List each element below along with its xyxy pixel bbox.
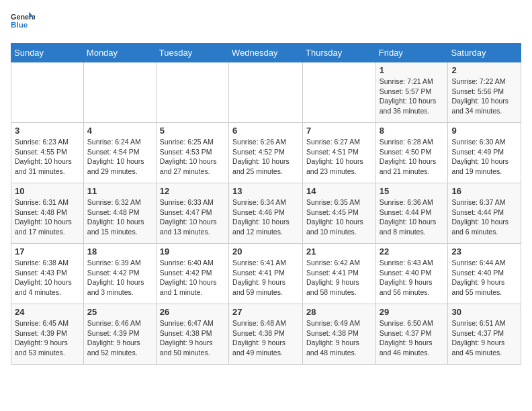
day-number: 12	[160, 186, 225, 196]
calendar-cell: 29Sunrise: 6:50 AM Sunset: 4:37 PM Dayli…	[375, 304, 448, 365]
day-info: Sunrise: 6:39 AM Sunset: 4:42 PM Dayligh…	[87, 258, 152, 298]
header-sunday: Sunday	[11, 44, 84, 62]
calendar-cell: 8Sunrise: 6:28 AM Sunset: 4:50 PM Daylig…	[375, 123, 448, 183]
calendar-cell: 9Sunrise: 6:30 AM Sunset: 4:49 PM Daylig…	[448, 123, 521, 183]
day-info: Sunrise: 6:27 AM Sunset: 4:51 PM Dayligh…	[306, 137, 372, 177]
day-number: 30	[451, 307, 517, 317]
day-number: 25	[87, 307, 152, 317]
calendar-cell: 30Sunrise: 6:51 AM Sunset: 4:37 PM Dayli…	[448, 304, 521, 365]
calendar-cell: 11Sunrise: 6:32 AM Sunset: 4:48 PM Dayli…	[83, 183, 156, 244]
calendar-week-2: 3Sunrise: 6:23 AM Sunset: 4:55 PM Daylig…	[11, 123, 521, 183]
calendar-cell: 5Sunrise: 6:25 AM Sunset: 4:53 PM Daylig…	[156, 123, 228, 183]
day-info: Sunrise: 6:32 AM Sunset: 4:48 PM Dayligh…	[87, 197, 152, 237]
day-info: Sunrise: 6:28 AM Sunset: 4:50 PM Dayligh…	[380, 137, 445, 177]
day-number: 2	[451, 65, 517, 75]
day-number: 10	[15, 186, 80, 196]
day-info: Sunrise: 7:22 AM Sunset: 5:56 PM Dayligh…	[451, 77, 517, 116]
calendar-cell: 18Sunrise: 6:39 AM Sunset: 4:42 PM Dayli…	[83, 244, 156, 304]
calendar-cell: 10Sunrise: 6:31 AM Sunset: 4:48 PM Dayli…	[11, 183, 84, 244]
day-number: 27	[232, 307, 299, 317]
header-thursday: Thursday	[303, 44, 376, 62]
calendar-cell: 13Sunrise: 6:34 AM Sunset: 4:46 PM Dayli…	[229, 183, 303, 244]
header-tuesday: Tuesday	[156, 44, 228, 62]
day-info: Sunrise: 6:34 AM Sunset: 4:46 PM Dayligh…	[232, 197, 299, 237]
calendar-cell: 4Sunrise: 6:24 AM Sunset: 4:54 PM Daylig…	[83, 123, 156, 183]
day-info: Sunrise: 6:50 AM Sunset: 4:37 PM Dayligh…	[380, 318, 445, 358]
calendar-cell	[229, 62, 303, 123]
calendar-cell: 6Sunrise: 6:26 AM Sunset: 4:52 PM Daylig…	[229, 123, 303, 183]
header-friday: Friday	[375, 44, 448, 62]
calendar-cell: 14Sunrise: 6:35 AM Sunset: 4:45 PM Dayli…	[303, 183, 376, 244]
header-monday: Monday	[83, 44, 156, 62]
header-wednesday: Wednesday	[229, 44, 303, 62]
day-number: 20	[232, 246, 299, 257]
day-info: Sunrise: 6:41 AM Sunset: 4:41 PM Dayligh…	[232, 258, 299, 298]
day-number: 4	[87, 126, 152, 136]
day-number: 16	[451, 186, 517, 196]
calendar-cell: 21Sunrise: 6:42 AM Sunset: 4:41 PM Dayli…	[303, 244, 376, 304]
calendar-cell: 16Sunrise: 6:37 AM Sunset: 4:44 PM Dayli…	[448, 183, 521, 244]
day-info: Sunrise: 6:23 AM Sunset: 4:55 PM Dayligh…	[15, 137, 80, 177]
page-header: General Blue	[11, 11, 521, 35]
calendar-cell: 22Sunrise: 6:43 AM Sunset: 4:40 PM Dayli…	[375, 244, 448, 304]
day-info: Sunrise: 6:26 AM Sunset: 4:52 PM Dayligh…	[232, 137, 299, 177]
calendar-cell	[83, 62, 156, 123]
calendar-table: SundayMondayTuesdayWednesdayThursdayFrid…	[11, 43, 521, 365]
day-info: Sunrise: 6:43 AM Sunset: 4:40 PM Dayligh…	[380, 258, 445, 298]
day-number: 5	[160, 126, 225, 136]
day-number: 29	[380, 307, 445, 317]
day-number: 15	[380, 186, 445, 196]
calendar-cell: 20Sunrise: 6:41 AM Sunset: 4:41 PM Dayli…	[229, 244, 303, 304]
day-number: 17	[15, 246, 80, 257]
day-number: 6	[232, 126, 299, 136]
calendar-cell: 24Sunrise: 6:45 AM Sunset: 4:39 PM Dayli…	[11, 304, 84, 365]
day-number: 14	[306, 186, 372, 196]
day-info: Sunrise: 6:24 AM Sunset: 4:54 PM Dayligh…	[87, 137, 152, 177]
calendar-cell: 19Sunrise: 6:40 AM Sunset: 4:42 PM Dayli…	[156, 244, 228, 304]
day-info: Sunrise: 6:49 AM Sunset: 4:38 PM Dayligh…	[306, 318, 372, 358]
day-number: 9	[451, 126, 517, 136]
logo-icon: General Blue	[11, 11, 35, 35]
calendar-week-4: 17Sunrise: 6:38 AM Sunset: 4:43 PM Dayli…	[11, 244, 521, 304]
day-info: Sunrise: 6:36 AM Sunset: 4:44 PM Dayligh…	[380, 197, 445, 237]
calendar-cell: 25Sunrise: 6:46 AM Sunset: 4:39 PM Dayli…	[83, 304, 156, 365]
day-info: Sunrise: 6:51 AM Sunset: 4:37 PM Dayligh…	[451, 318, 517, 358]
calendar-cell	[303, 62, 376, 123]
calendar-cell: 12Sunrise: 6:33 AM Sunset: 4:47 PM Dayli…	[156, 183, 228, 244]
logo: General Blue	[11, 11, 35, 35]
day-info: Sunrise: 7:21 AM Sunset: 5:57 PM Dayligh…	[380, 77, 445, 116]
day-number: 26	[160, 307, 225, 317]
calendar-cell: 28Sunrise: 6:49 AM Sunset: 4:38 PM Dayli…	[303, 304, 376, 365]
calendar-cell: 7Sunrise: 6:27 AM Sunset: 4:51 PM Daylig…	[303, 123, 376, 183]
calendar-cell: 17Sunrise: 6:38 AM Sunset: 4:43 PM Dayli…	[11, 244, 84, 304]
day-number: 18	[87, 246, 152, 257]
day-info: Sunrise: 6:45 AM Sunset: 4:39 PM Dayligh…	[15, 318, 80, 358]
calendar-week-5: 24Sunrise: 6:45 AM Sunset: 4:39 PM Dayli…	[11, 304, 521, 365]
day-info: Sunrise: 6:46 AM Sunset: 4:39 PM Dayligh…	[87, 318, 152, 358]
calendar-cell: 1Sunrise: 7:21 AM Sunset: 5:57 PM Daylig…	[375, 62, 448, 123]
calendar-cell: 26Sunrise: 6:47 AM Sunset: 4:38 PM Dayli…	[156, 304, 228, 365]
day-info: Sunrise: 6:48 AM Sunset: 4:38 PM Dayligh…	[232, 318, 299, 358]
day-number: 19	[160, 246, 225, 257]
day-info: Sunrise: 6:40 AM Sunset: 4:42 PM Dayligh…	[160, 258, 225, 298]
calendar-cell	[156, 62, 228, 123]
day-info: Sunrise: 6:35 AM Sunset: 4:45 PM Dayligh…	[306, 197, 372, 237]
calendar-week-1: 1Sunrise: 7:21 AM Sunset: 5:57 PM Daylig…	[11, 62, 521, 123]
calendar-cell: 2Sunrise: 7:22 AM Sunset: 5:56 PM Daylig…	[448, 62, 521, 123]
day-number: 13	[232, 186, 299, 196]
day-number: 23	[451, 246, 517, 257]
calendar-cell: 15Sunrise: 6:36 AM Sunset: 4:44 PM Dayli…	[375, 183, 448, 244]
day-info: Sunrise: 6:38 AM Sunset: 4:43 PM Dayligh…	[15, 258, 80, 298]
header-saturday: Saturday	[448, 44, 521, 62]
calendar-cell	[11, 62, 84, 123]
day-info: Sunrise: 6:30 AM Sunset: 4:49 PM Dayligh…	[451, 137, 517, 177]
day-number: 24	[15, 307, 80, 317]
calendar-cell: 3Sunrise: 6:23 AM Sunset: 4:55 PM Daylig…	[11, 123, 84, 183]
day-info: Sunrise: 6:42 AM Sunset: 4:41 PM Dayligh…	[306, 258, 372, 298]
day-number: 7	[306, 126, 372, 136]
day-number: 3	[15, 126, 80, 136]
day-number: 11	[87, 186, 152, 196]
day-info: Sunrise: 6:37 AM Sunset: 4:44 PM Dayligh…	[451, 197, 517, 237]
calendar-cell: 27Sunrise: 6:48 AM Sunset: 4:38 PM Dayli…	[229, 304, 303, 365]
svg-text:Blue: Blue	[11, 20, 28, 29]
